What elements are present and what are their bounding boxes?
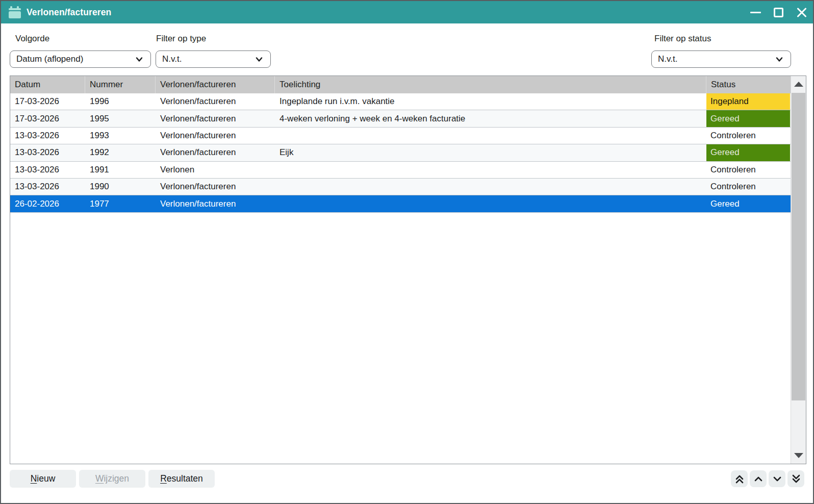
table-row[interactable]: 17-03-2026 1995 Verlonen/factureren 4-we…: [10, 110, 791, 127]
cell-nummer: 1991: [85, 162, 156, 178]
filter-type-label: Filter op type: [156, 34, 206, 44]
window-title: Verlonen/factureren: [27, 7, 111, 18]
chevron-down-icon: [774, 54, 784, 64]
filter-status-select[interactable]: N.v.t.: [651, 51, 791, 68]
table-row[interactable]: 13-03-2026 1993 Verlonen/factureren Cont…: [10, 128, 791, 144]
table-body: 17-03-2026 1996 Verlonen/factureren Inge…: [10, 93, 791, 213]
cell-type: Verlonen/factureren: [156, 144, 275, 161]
cell-nummer: 1992: [85, 144, 156, 161]
nieuw-button[interactable]: Nieuw: [10, 470, 76, 488]
cell-status: Gereed: [706, 195, 790, 212]
previous-record-button[interactable]: [750, 470, 767, 487]
column-header-status: Status: [706, 76, 790, 93]
cell-type: Verlonen/factureren: [156, 93, 275, 110]
cell-status: Gereed: [706, 144, 790, 161]
minimize-button[interactable]: [744, 1, 767, 23]
cell-datum: 17-03-2026: [10, 93, 85, 110]
table-row[interactable]: 13-03-2026 1990 Verlonen/factureren Cont…: [10, 179, 791, 195]
filter-type-selected-value: N.v.t.: [162, 54, 254, 64]
scrollbar-down-button[interactable]: [791, 447, 806, 464]
scrollbar-thumb[interactable]: [792, 93, 805, 400]
cell-nummer: 1977: [85, 195, 156, 212]
cell-type: Verlonen/factureren: [156, 195, 275, 212]
cell-type: Verlonen/factureren: [156, 110, 275, 127]
close-icon: [796, 7, 807, 18]
cell-status: Controleren: [706, 179, 790, 195]
table-row[interactable]: 26-02-2026 1977 Verlonen/factureren Gere…: [10, 195, 791, 212]
cell-type: Verlonen: [156, 162, 275, 178]
minimize-icon: [750, 12, 761, 13]
filter-status-selected-value: N.v.t.: [658, 54, 774, 64]
column-header-datum: Datum: [10, 76, 85, 93]
chevron-down-icon: [254, 54, 264, 64]
next-record-button[interactable]: [769, 470, 785, 487]
cell-status: Gereed: [706, 110, 790, 127]
triangle-down-icon: [794, 453, 803, 458]
chevron-down-icon: [771, 473, 783, 485]
cell-status: Controleren: [706, 162, 790, 178]
filter-status-label: Filter op status: [654, 34, 711, 44]
volgorde-select[interactable]: Datum (aflopend): [10, 51, 151, 68]
cell-datum: 13-03-2026: [10, 162, 85, 178]
maximize-icon: [774, 8, 783, 17]
maximize-button[interactable]: [767, 1, 790, 23]
wijzigen-button: Wijzigen: [79, 470, 145, 488]
cell-nummer: 1995: [85, 110, 156, 127]
table-header: Datum Nummer Verlonen/factureren Toelich…: [10, 76, 791, 93]
column-header-nummer: Nummer: [85, 76, 156, 93]
calendar-icon: [8, 6, 21, 19]
window-controls: [744, 1, 813, 23]
table-row[interactable]: 13-03-2026 1992 Verlonen/factureren Eijk…: [10, 144, 791, 161]
cell-status: Ingepland: [706, 93, 790, 110]
table-row[interactable]: 17-03-2026 1996 Verlonen/factureren Inge…: [10, 93, 791, 110]
volgorde-label: Volgorde: [15, 34, 49, 44]
cell-toelichting: 4-weken verloning + week en 4-weken fact…: [275, 110, 706, 127]
column-header-toelichting: Toelichting: [275, 76, 706, 93]
column-header-type: Verlonen/factureren: [156, 76, 275, 93]
filter-type-select[interactable]: N.v.t.: [156, 51, 271, 68]
cell-nummer: 1993: [85, 128, 156, 144]
app-window: Verlonen/factureren Volgorde Filter op t…: [0, 0, 814, 504]
cell-status: Controleren: [706, 128, 790, 144]
cell-toelichting: Eijk: [275, 144, 706, 161]
volgorde-selected-value: Datum (aflopend): [16, 54, 134, 64]
double-chevron-up-icon: [733, 473, 746, 485]
table-row[interactable]: 13-03-2026 1991 Verlonen Controleren: [10, 162, 791, 179]
last-record-button[interactable]: [787, 470, 804, 487]
close-button[interactable]: [790, 1, 813, 23]
chevron-down-icon: [134, 54, 144, 64]
cell-toelichting: [275, 162, 706, 178]
cell-toelichting: [275, 128, 706, 144]
scrollbar-up-button[interactable]: [791, 76, 806, 92]
cell-datum: 17-03-2026: [10, 110, 85, 127]
double-chevron-down-icon: [790, 473, 802, 485]
cell-nummer: 1990: [85, 179, 156, 195]
cell-datum: 13-03-2026: [10, 179, 85, 195]
cell-nummer: 1996: [85, 93, 156, 110]
resultaten-button[interactable]: Resultaten: [148, 470, 215, 488]
first-record-button[interactable]: [731, 470, 748, 487]
cell-datum: 13-03-2026: [10, 144, 85, 161]
cell-toelichting: [275, 179, 706, 195]
triangle-up-icon: [794, 82, 803, 87]
titlebar: Verlonen/factureren: [1, 1, 813, 23]
cell-datum: 13-03-2026: [10, 128, 85, 144]
cell-datum: 26-02-2026: [10, 195, 85, 212]
cell-toelichting: Ingeplande run i.v.m. vakantie: [275, 93, 706, 110]
chevron-up-icon: [752, 473, 765, 485]
cell-type: Verlonen/factureren: [156, 128, 275, 144]
footer-buttons: Nieuw Wijzigen Resultaten: [10, 470, 215, 488]
runs-table: Datum Nummer Verlonen/factureren Toelich…: [10, 75, 806, 464]
cell-type: Verlonen/factureren: [156, 179, 275, 195]
cell-toelichting: [275, 195, 706, 212]
record-navigation: [731, 470, 804, 487]
vertical-scrollbar[interactable]: [791, 76, 806, 464]
